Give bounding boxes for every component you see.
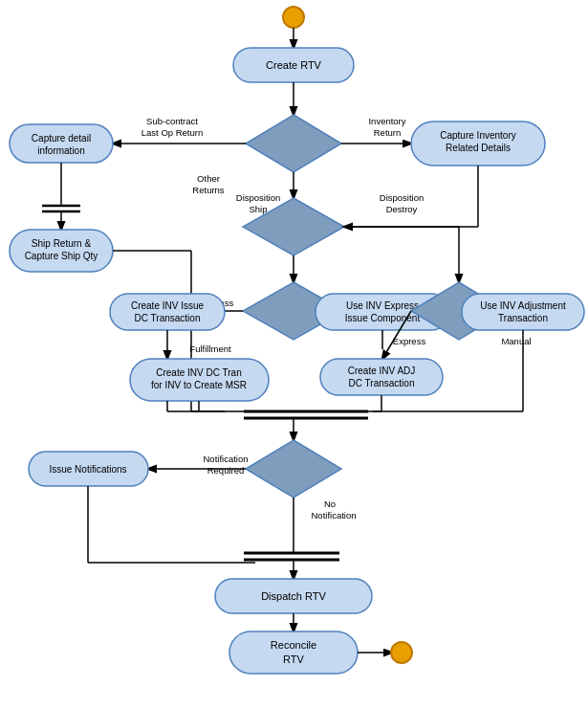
sub-contract-label2: Last Op Return bbox=[142, 127, 203, 138]
create-inv-dc-label1: Create INV DC Tran bbox=[156, 367, 241, 378]
reconcile-rtv-box bbox=[229, 631, 358, 674]
express2-label: Express bbox=[393, 336, 426, 346]
diamond1 bbox=[246, 115, 341, 172]
other-returns-label2: Returns bbox=[192, 185, 225, 195]
capture-detail-box bbox=[10, 124, 113, 163]
manual2-label: Manual bbox=[501, 336, 531, 346]
create-rtv-label: Create RTV bbox=[266, 59, 322, 71]
use-inv-adj-label2: Transaction bbox=[498, 313, 548, 323]
create-inv-dc-label2: for INV to Create MSR bbox=[151, 380, 247, 390]
notif-required-label1: Notification bbox=[204, 454, 249, 464]
inventory-return-label2: Return bbox=[374, 127, 402, 138]
use-inv-express-label1: Use INV Express bbox=[346, 300, 419, 311]
ship-return-label2: Capture Ship Qty bbox=[25, 251, 98, 261]
disposition-ship-label1: Disposition bbox=[236, 192, 280, 203]
flowchart: Create RTV Sub-contract Last Op Return C… bbox=[0, 0, 588, 709]
issue-notif-label: Issue Notifications bbox=[49, 464, 126, 475]
capture-inventory-label2: Related Details bbox=[446, 143, 511, 153]
sub-contract-label: Sub-contract bbox=[146, 116, 198, 126]
use-inv-adj-label1: Use INV Adjustment bbox=[480, 300, 566, 311]
ship-return-label1: Ship Return & bbox=[32, 238, 92, 249]
no-notif-label2: Notification bbox=[312, 510, 357, 521]
notif-required-label2: Required bbox=[207, 465, 245, 476]
disposition-ship-label2: Ship bbox=[249, 204, 267, 214]
create-inv-adj-label2: DC Transaction bbox=[349, 378, 415, 388]
create-inv-issue-box bbox=[110, 294, 225, 330]
start-node bbox=[283, 7, 304, 28]
diamond-notif bbox=[246, 440, 341, 498]
use-inv-adj-box bbox=[462, 294, 584, 330]
dispatch-rtv-label: Dispatch RTV bbox=[261, 590, 326, 602]
reconcile-rtv-label1: Reconcile bbox=[271, 639, 316, 651]
disposition-destroy-label1: Disposition bbox=[380, 192, 424, 203]
create-inv-adj-label1: Create INV ADJ bbox=[348, 366, 416, 376]
create-inv-issue-label1: Create INV Issue bbox=[131, 300, 205, 311]
end-node bbox=[391, 642, 412, 663]
no-notif-label1: No bbox=[324, 499, 336, 509]
capture-detail-label2: information bbox=[37, 145, 84, 156]
reconcile-rtv-label2: RTV bbox=[283, 654, 304, 665]
fulfillment-label: Fulfillment bbox=[189, 343, 231, 354]
capture-detail-label1: Capture detail bbox=[32, 133, 91, 144]
flowchart-svg: Create RTV Sub-contract Last Op Return C… bbox=[0, 0, 588, 709]
create-inv-issue-label2: DC Transaction bbox=[135, 313, 201, 323]
inventory-return-label1: Inventory bbox=[368, 116, 405, 126]
disposition-destroy-label2: Destroy bbox=[386, 204, 418, 214]
capture-inventory-label1: Capture Inventory bbox=[440, 130, 516, 141]
create-inv-adj-box bbox=[320, 359, 443, 395]
other-returns-label1: Other bbox=[197, 173, 220, 184]
